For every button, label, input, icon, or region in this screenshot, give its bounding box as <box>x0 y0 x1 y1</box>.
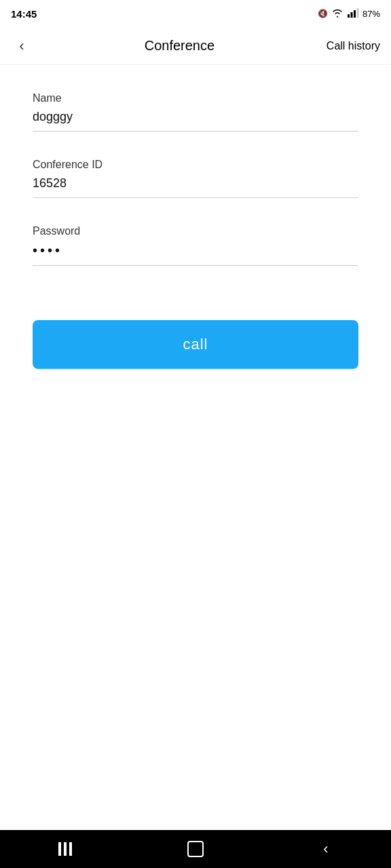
svg-rect-3 <box>356 8 358 18</box>
call-button[interactable]: call <box>33 320 358 369</box>
nav-back-arrow-icon: ‹ <box>323 840 328 858</box>
conference-id-label: Conference ID <box>33 159 358 171</box>
svg-rect-0 <box>348 14 350 18</box>
battery-percentage: 87% <box>362 9 380 19</box>
app-header: ‹ Conference Call history <box>0 27 391 65</box>
page-title: Conference <box>35 38 324 54</box>
name-value[interactable]: dogggy <box>33 110 358 132</box>
mute-icon: 🔇 <box>318 9 328 18</box>
nav-back-button[interactable]: ‹ <box>305 835 346 863</box>
status-icons: 🔇 87% <box>318 8 380 20</box>
wifi-icon <box>331 8 343 20</box>
status-bar: 14:45 🔇 87% <box>0 0 391 27</box>
back-button[interactable]: ‹ <box>8 33 35 60</box>
nav-home-button[interactable] <box>175 835 216 863</box>
status-time: 14:45 <box>11 8 37 20</box>
name-label: Name <box>33 92 358 104</box>
password-value[interactable]: •••• <box>33 243 358 266</box>
signal-icon <box>347 8 359 20</box>
back-arrow-icon: ‹ <box>19 37 24 55</box>
home-icon <box>187 841 204 857</box>
svg-rect-1 <box>350 12 352 18</box>
svg-rect-2 <box>354 10 356 18</box>
conference-id-value[interactable]: 16528 <box>33 176 358 198</box>
main-content: Name dogggy Conference ID 16528 Password… <box>0 65 391 830</box>
password-label: Password <box>33 225 358 237</box>
password-field: Password •••• <box>33 225 358 266</box>
name-field: Name dogggy <box>33 92 358 132</box>
call-button-container: call <box>33 320 358 369</box>
call-history-button[interactable]: Call history <box>324 35 383 58</box>
conference-id-field: Conference ID 16528 <box>33 159 358 198</box>
recents-icon <box>58 842 72 856</box>
bottom-navigation: ‹ <box>0 830 391 868</box>
nav-recents-button[interactable] <box>45 835 86 863</box>
